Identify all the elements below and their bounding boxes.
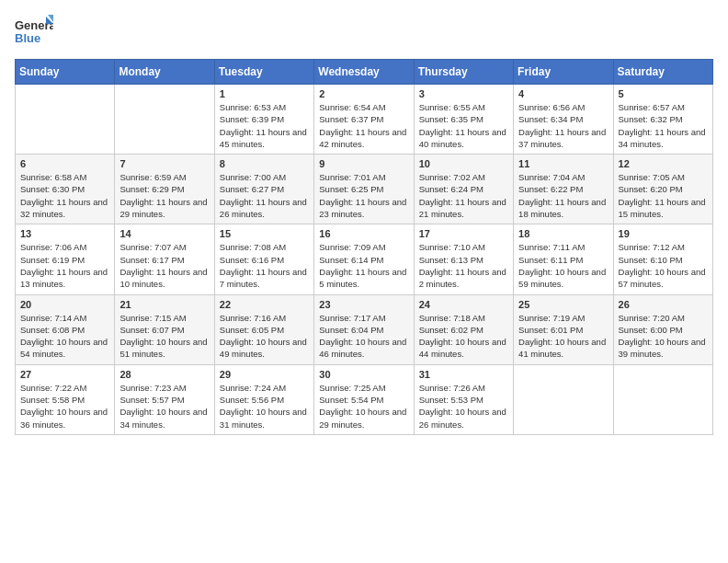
calendar-cell: 9Sunrise: 7:01 AM Sunset: 6:25 PM Daylig…	[314, 155, 414, 224]
day-number: 14	[119, 228, 209, 239]
calendar-cell: 12Sunrise: 7:05 AM Sunset: 6:20 PM Dayli…	[613, 155, 712, 224]
day-content: Sunrise: 7:12 AM Sunset: 6:10 PM Dayligh…	[619, 241, 708, 290]
day-content: Sunrise: 7:20 AM Sunset: 6:00 PM Dayligh…	[619, 312, 708, 361]
day-number: 31	[419, 369, 508, 380]
day-content: Sunrise: 7:02 AM Sunset: 6:24 PM Dayligh…	[419, 171, 508, 220]
calendar-cell: 10Sunrise: 7:02 AM Sunset: 6:24 PM Dayli…	[414, 155, 513, 224]
calendar-cell: 30Sunrise: 7:25 AM Sunset: 5:54 PM Dayli…	[314, 364, 414, 434]
day-content: Sunrise: 7:16 AM Sunset: 6:05 PM Dayligh…	[220, 312, 309, 361]
calendar-cell	[115, 85, 214, 155]
day-number: 29	[220, 369, 309, 380]
calendar-cell: 18Sunrise: 7:11 AM Sunset: 6:11 PM Dayli…	[514, 224, 613, 294]
calendar-cell: 7Sunrise: 6:59 AM Sunset: 6:29 PM Daylig…	[115, 155, 214, 224]
day-number: 12	[619, 158, 708, 169]
calendar-cell: 3Sunrise: 6:55 AM Sunset: 6:35 PM Daylig…	[414, 85, 513, 155]
calendar-cell	[16, 85, 115, 155]
weekday-header: Saturday	[613, 60, 712, 85]
calendar-cell: 29Sunrise: 7:24 AM Sunset: 5:56 PM Dayli…	[214, 364, 313, 434]
calendar-week-row: 27Sunrise: 7:22 AM Sunset: 5:58 PM Dayli…	[16, 364, 713, 434]
day-content: Sunrise: 7:24 AM Sunset: 5:56 PM Dayligh…	[220, 382, 309, 431]
day-content: Sunrise: 7:25 AM Sunset: 5:54 PM Dayligh…	[319, 382, 408, 431]
day-number: 22	[220, 299, 309, 310]
day-content: Sunrise: 7:01 AM Sunset: 6:25 PM Dayligh…	[319, 171, 408, 220]
calendar-cell: 28Sunrise: 7:23 AM Sunset: 5:57 PM Dayli…	[115, 364, 214, 434]
day-content: Sunrise: 7:26 AM Sunset: 5:53 PM Dayligh…	[419, 382, 508, 431]
calendar-cell: 13Sunrise: 7:06 AM Sunset: 6:19 PM Dayli…	[16, 224, 115, 294]
page-header: General Blue	[15, 15, 713, 48]
day-number: 15	[220, 228, 309, 239]
day-number: 24	[419, 299, 508, 310]
weekday-header: Tuesday	[214, 60, 313, 85]
day-content: Sunrise: 7:18 AM Sunset: 6:02 PM Dayligh…	[419, 312, 508, 361]
day-number: 7	[119, 158, 209, 169]
day-content: Sunrise: 7:04 AM Sunset: 6:22 PM Dayligh…	[518, 171, 608, 220]
day-number: 25	[518, 299, 608, 310]
calendar-table: SundayMondayTuesdayWednesdayThursdayFrid…	[15, 59, 713, 435]
day-content: Sunrise: 7:08 AM Sunset: 6:16 PM Dayligh…	[220, 241, 309, 290]
calendar-cell: 25Sunrise: 7:19 AM Sunset: 6:01 PM Dayli…	[514, 294, 613, 364]
svg-text:Blue: Blue	[15, 31, 40, 45]
day-number: 18	[518, 228, 608, 239]
day-content: Sunrise: 7:15 AM Sunset: 6:07 PM Dayligh…	[119, 312, 209, 361]
day-number: 10	[419, 158, 508, 169]
calendar-cell	[514, 364, 613, 434]
weekday-header: Thursday	[414, 60, 513, 85]
day-content: Sunrise: 7:09 AM Sunset: 6:14 PM Dayligh…	[319, 241, 408, 290]
day-number: 30	[319, 369, 408, 380]
day-content: Sunrise: 6:56 AM Sunset: 6:34 PM Dayligh…	[518, 101, 608, 150]
day-content: Sunrise: 6:55 AM Sunset: 6:35 PM Dayligh…	[419, 101, 508, 150]
day-content: Sunrise: 6:59 AM Sunset: 6:29 PM Dayligh…	[119, 171, 209, 220]
day-number: 13	[20, 228, 109, 239]
day-content: Sunrise: 6:53 AM Sunset: 6:39 PM Dayligh…	[220, 101, 309, 150]
calendar-cell	[613, 364, 712, 434]
weekday-header: Monday	[115, 60, 214, 85]
day-number: 23	[319, 299, 408, 310]
day-number: 19	[619, 228, 708, 239]
day-content: Sunrise: 6:58 AM Sunset: 6:30 PM Dayligh…	[20, 171, 109, 220]
day-content: Sunrise: 6:57 AM Sunset: 6:32 PM Dayligh…	[619, 101, 708, 150]
calendar-cell: 19Sunrise: 7:12 AM Sunset: 6:10 PM Dayli…	[613, 224, 712, 294]
day-number: 16	[319, 228, 408, 239]
day-content: Sunrise: 7:17 AM Sunset: 6:04 PM Dayligh…	[319, 312, 408, 361]
day-content: Sunrise: 7:14 AM Sunset: 6:08 PM Dayligh…	[20, 312, 109, 361]
calendar-cell: 23Sunrise: 7:17 AM Sunset: 6:04 PM Dayli…	[314, 294, 414, 364]
logo: General Blue	[15, 15, 53, 48]
day-content: Sunrise: 7:07 AM Sunset: 6:17 PM Dayligh…	[119, 241, 209, 290]
calendar-cell: 4Sunrise: 6:56 AM Sunset: 6:34 PM Daylig…	[514, 85, 613, 155]
day-number: 9	[319, 158, 408, 169]
day-content: Sunrise: 7:05 AM Sunset: 6:20 PM Dayligh…	[619, 171, 708, 220]
calendar-cell: 11Sunrise: 7:04 AM Sunset: 6:22 PM Dayli…	[514, 155, 613, 224]
day-number: 3	[419, 88, 508, 99]
calendar-week-row: 13Sunrise: 7:06 AM Sunset: 6:19 PM Dayli…	[16, 224, 713, 294]
calendar-cell: 6Sunrise: 6:58 AM Sunset: 6:30 PM Daylig…	[16, 155, 115, 224]
calendar-cell: 24Sunrise: 7:18 AM Sunset: 6:02 PM Dayli…	[414, 294, 513, 364]
calendar-cell: 17Sunrise: 7:10 AM Sunset: 6:13 PM Dayli…	[414, 224, 513, 294]
day-content: Sunrise: 7:11 AM Sunset: 6:11 PM Dayligh…	[518, 241, 608, 290]
logo-svg: General Blue	[15, 15, 53, 48]
day-content: Sunrise: 7:10 AM Sunset: 6:13 PM Dayligh…	[419, 241, 508, 290]
calendar-cell: 20Sunrise: 7:14 AM Sunset: 6:08 PM Dayli…	[16, 294, 115, 364]
calendar-cell: 14Sunrise: 7:07 AM Sunset: 6:17 PM Dayli…	[115, 224, 214, 294]
calendar-week-row: 1Sunrise: 6:53 AM Sunset: 6:39 PM Daylig…	[16, 85, 713, 155]
day-content: Sunrise: 7:06 AM Sunset: 6:19 PM Dayligh…	[20, 241, 109, 290]
day-number: 8	[220, 158, 309, 169]
calendar-cell: 15Sunrise: 7:08 AM Sunset: 6:16 PM Dayli…	[214, 224, 313, 294]
calendar-cell: 5Sunrise: 6:57 AM Sunset: 6:32 PM Daylig…	[613, 85, 712, 155]
calendar-cell: 8Sunrise: 7:00 AM Sunset: 6:27 PM Daylig…	[214, 155, 313, 224]
calendar-header-row: SundayMondayTuesdayWednesdayThursdayFrid…	[16, 60, 713, 85]
day-content: Sunrise: 7:22 AM Sunset: 5:58 PM Dayligh…	[20, 382, 109, 431]
day-content: Sunrise: 6:54 AM Sunset: 6:37 PM Dayligh…	[319, 101, 408, 150]
day-number: 11	[518, 158, 608, 169]
calendar-cell: 2Sunrise: 6:54 AM Sunset: 6:37 PM Daylig…	[314, 85, 414, 155]
day-number: 20	[20, 299, 109, 310]
day-number: 17	[419, 228, 508, 239]
calendar-cell: 31Sunrise: 7:26 AM Sunset: 5:53 PM Dayli…	[414, 364, 513, 434]
day-number: 2	[319, 88, 408, 99]
day-number: 6	[20, 158, 109, 169]
day-number: 26	[619, 299, 708, 310]
calendar-cell: 21Sunrise: 7:15 AM Sunset: 6:07 PM Dayli…	[115, 294, 214, 364]
calendar-cell: 16Sunrise: 7:09 AM Sunset: 6:14 PM Dayli…	[314, 224, 414, 294]
day-number: 28	[119, 369, 209, 380]
calendar-cell: 22Sunrise: 7:16 AM Sunset: 6:05 PM Dayli…	[214, 294, 313, 364]
calendar-week-row: 6Sunrise: 6:58 AM Sunset: 6:30 PM Daylig…	[16, 155, 713, 224]
